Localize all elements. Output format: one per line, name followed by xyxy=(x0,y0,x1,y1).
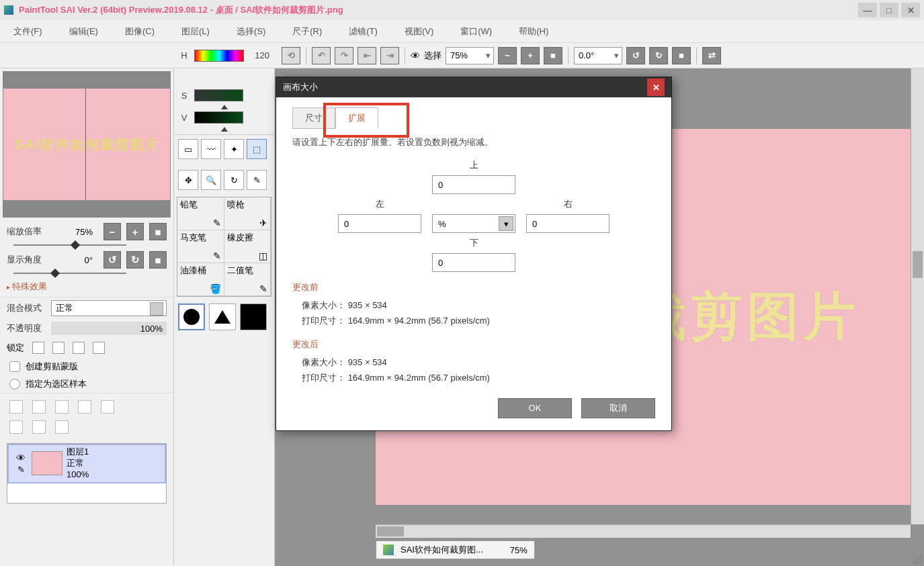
new-folder-icon[interactable] xyxy=(55,400,69,414)
close-button[interactable]: ✕ xyxy=(901,3,920,17)
angle-slider[interactable] xyxy=(13,273,126,274)
bottom-input[interactable] xyxy=(432,253,515,272)
effects-header[interactable]: 特殊效果 xyxy=(0,277,173,297)
clip-mask-checkbox[interactable] xyxy=(9,361,20,372)
clip-mask-label: 创建剪贴蒙版 xyxy=(26,361,78,373)
maximize-button[interactable]: □ xyxy=(880,3,898,17)
zoom-tool[interactable]: 🔍 xyxy=(201,170,221,190)
zoom-combo[interactable]: 75% xyxy=(446,47,494,64)
menu-layer[interactable]: 图层(L) xyxy=(181,26,210,38)
history-back-button[interactable]: ⇤ xyxy=(358,47,376,64)
transfer-icon[interactable] xyxy=(101,400,114,414)
layer-edit-icon[interactable]: ✎ xyxy=(11,465,30,475)
layer-visibility-icon[interactable] xyxy=(11,453,30,463)
shape-circle[interactable] xyxy=(178,303,205,330)
menu-ruler[interactable]: 尺子(R) xyxy=(292,26,322,38)
marquee-tool[interactable]: ▭ xyxy=(178,139,198,159)
before-print-size: 164.9mm × 94.2mm (56.7 pixels/cm) xyxy=(348,316,490,326)
menu-file[interactable]: 文件(F) xyxy=(13,26,42,38)
h-channel-label: H xyxy=(179,50,189,60)
move-tool[interactable]: ⬚ xyxy=(247,139,267,159)
lock-pixel-icon[interactable] xyxy=(52,342,65,354)
ok-button[interactable]: OK xyxy=(498,398,572,418)
nav-rot-reset[interactable]: ■ xyxy=(149,251,167,269)
zoom-in-button[interactable]: + xyxy=(521,47,540,64)
layer-tools xyxy=(0,393,173,420)
hue-slider[interactable] xyxy=(194,50,244,62)
flip-button[interactable]: ⇄ xyxy=(702,47,721,64)
cancel-button[interactable]: 取消 xyxy=(581,398,655,418)
menu-image[interactable]: 图像(C) xyxy=(125,26,155,38)
sel-sample-radio[interactable] xyxy=(9,379,20,389)
hand-tool[interactable]: ✥ xyxy=(178,170,198,190)
brush-binary[interactable]: 二值笔✎ xyxy=(224,263,271,295)
brush-bucket[interactable]: 油漆桶🪣 xyxy=(177,263,224,295)
brush-airbrush[interactable]: 喷枪✈ xyxy=(224,197,271,230)
wand-tool[interactable]: ✦ xyxy=(224,139,244,159)
lasso-tool[interactable]: 〰 xyxy=(201,139,221,159)
stabilizer-button[interactable]: ⟲ xyxy=(282,47,300,64)
after-header: 更改后 xyxy=(292,338,655,350)
shape-triangle[interactable] xyxy=(209,303,236,330)
mask-icon[interactable] xyxy=(78,400,91,414)
nav-rot-ccw[interactable]: ↺ xyxy=(103,251,121,269)
nav-zoom-in[interactable]: + xyxy=(126,223,144,240)
rotate-reset-button[interactable]: ■ xyxy=(672,47,691,64)
menu-view[interactable]: 视图(V) xyxy=(405,26,433,38)
dialog-titlebar[interactable]: 画布大小 ✕ xyxy=(276,77,671,97)
zoom-reset-button[interactable]: ■ xyxy=(544,47,562,64)
lock-none-icon[interactable] xyxy=(32,342,44,354)
val-slider[interactable] xyxy=(194,111,243,124)
vertical-scrollbar[interactable] xyxy=(911,68,924,524)
nav-zoom-reset[interactable]: ■ xyxy=(149,223,167,240)
merge-down-icon[interactable] xyxy=(32,420,46,434)
clear-layer-icon[interactable] xyxy=(9,420,23,434)
undo-button[interactable]: ↶ xyxy=(312,47,331,64)
minimize-button[interactable]: — xyxy=(858,3,877,17)
right-input[interactable] xyxy=(526,214,610,233)
left-input[interactable] xyxy=(338,214,421,233)
redo-button[interactable]: ↷ xyxy=(335,47,353,64)
menu-window[interactable]: 窗口(W) xyxy=(460,26,492,38)
history-fwd-button[interactable]: ⇥ xyxy=(380,47,399,64)
document-tab[interactable]: SAI软件如何裁剪图... 75% xyxy=(376,540,535,559)
delete-layer-icon[interactable] xyxy=(55,420,69,434)
new-linework-icon[interactable] xyxy=(32,400,46,414)
hue-value: 120 xyxy=(249,50,269,60)
nav-rot-cw[interactable]: ↻ xyxy=(126,251,144,269)
zoom-out-button[interactable]: − xyxy=(498,47,517,64)
dialog-close-button[interactable]: ✕ xyxy=(647,79,665,96)
menu-filter[interactable]: 滤镜(T) xyxy=(349,26,378,38)
brush-pencil[interactable]: 铅笔✎ xyxy=(177,197,224,230)
top-input[interactable] xyxy=(432,175,515,194)
tab-expand[interactable]: 扩展 xyxy=(335,107,378,129)
angle-combo[interactable]: 0.0° xyxy=(574,47,622,64)
menu-help[interactable]: 帮助(H) xyxy=(519,26,548,38)
horizontal-scrollbar[interactable] xyxy=(376,524,911,538)
layer-item[interactable]: ✎ 图层1 正常 100% xyxy=(7,444,166,483)
navigator[interactable]: SAI软件如何裁剪图片 xyxy=(3,71,171,218)
rotate-tool[interactable]: ↻ xyxy=(224,170,244,190)
dialog-description: 请设置上下左右的扩展量。若设置负数则视为缩减。 xyxy=(292,136,655,148)
rotate-ccw-button[interactable]: ↺ xyxy=(626,47,645,64)
zoom-slider[interactable] xyxy=(13,244,126,246)
nav-zoom-out[interactable]: − xyxy=(103,223,121,240)
menu-select[interactable]: 选择(S) xyxy=(237,26,265,38)
unit-combo[interactable]: %▾ xyxy=(432,214,515,233)
opacity-slider[interactable]: 100% xyxy=(51,322,167,335)
sat-slider[interactable] xyxy=(194,89,243,101)
brush-marker[interactable]: 马克笔✎ xyxy=(177,230,224,263)
lock-move-icon[interactable] xyxy=(73,342,85,354)
shape-square[interactable] xyxy=(240,303,267,330)
resize-grip-icon[interactable] xyxy=(913,555,923,565)
rotate-cw-button[interactable]: ↻ xyxy=(649,47,668,64)
window-title: PaintTool SAI Ver.2 (64bit) Preview.2019… xyxy=(19,4,343,16)
tab-size[interactable]: 尺寸 xyxy=(292,107,335,129)
slider-marker-icon xyxy=(221,127,228,132)
menu-edit[interactable]: 编辑(E) xyxy=(69,26,98,38)
brush-eraser[interactable]: 橡皮擦◫ xyxy=(224,230,271,263)
lock-all-icon[interactable] xyxy=(93,342,105,354)
picker-tool[interactable]: ✎ xyxy=(247,170,267,190)
new-layer-icon[interactable] xyxy=(9,400,23,414)
blend-combo[interactable]: 正常 xyxy=(51,300,167,316)
